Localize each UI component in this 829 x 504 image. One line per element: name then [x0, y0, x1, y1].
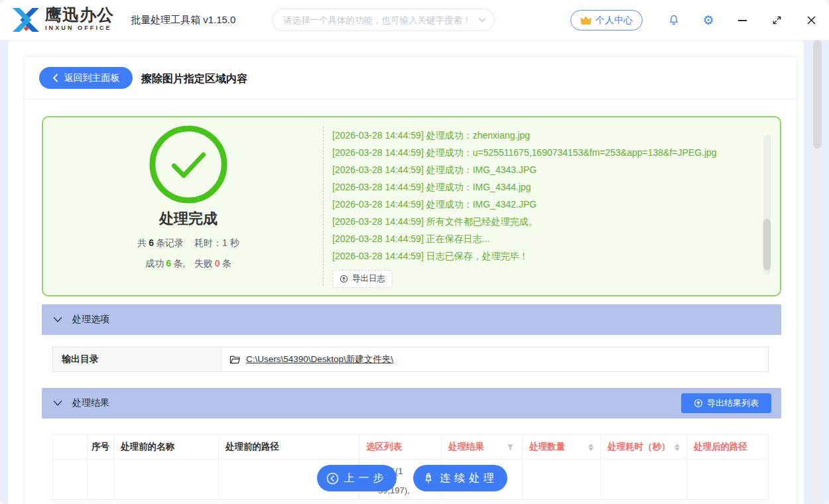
- continue-processing-label: 连续处理: [440, 472, 498, 485]
- export-log-label: 导出日志: [352, 273, 385, 284]
- previous-step-label: 上一步: [344, 472, 388, 485]
- app-logo-icon: [11, 7, 41, 36]
- output-directory-label: 输出目录: [62, 353, 99, 365]
- log-line: [2026-03-28 14:44:59] 处理成功：IMG_4342.JPG: [332, 196, 749, 213]
- success-check-icon: [148, 124, 229, 205]
- summary-status-column: 处理完成 共6条记录耗时：1 秒 成功6条, 失败0条: [43, 117, 334, 295]
- back-button-label: 返回到主面板: [64, 72, 120, 84]
- content-card: 返回到主面板 擦除图片指定区域内容 处理完成 共6条记录耗时：1 秒 成功6条,: [8, 40, 804, 504]
- process-log-list: [2026-03-28 14:44:59] 处理成功：zhenxiang.jpg…: [323, 127, 749, 286]
- previous-step-button[interactable]: 上一步: [317, 465, 397, 491]
- log-scrollbar-thumb[interactable]: [763, 219, 771, 270]
- summary-result-line: 成功6条, 失败0条: [43, 258, 334, 270]
- header-process-result: 处理结果: [442, 435, 523, 459]
- notifications-bell-icon[interactable]: [665, 0, 682, 40]
- header-path-after: 处理后的路径: [687, 435, 768, 459]
- log-line: [2026-03-28 14:44:59] 所有文件都已经处理完成。: [332, 213, 749, 230]
- output-directory-value-cell: C:\Users\54390\Desktop\新建文件夹\: [229, 347, 768, 371]
- upload-icon: [340, 275, 348, 283]
- log-line: [2026-03-28 14:44:59] 日志已保存，处理完毕！: [332, 247, 749, 265]
- search-input[interactable]: [272, 9, 495, 31]
- log-line: [2026-03-28 14:44:59] 处理成功：IMG_4344.jpg: [332, 178, 749, 196]
- window-maximize-button[interactable]: [768, 0, 785, 40]
- success-count: 6: [164, 258, 173, 269]
- app-header: 鹰迅办公 INXUN OFFICE 批量处理工具箱 v1.15.0 个人中心: [0, 0, 829, 40]
- user-center-button[interactable]: 个人中心: [570, 10, 643, 31]
- header-divider: [25, 99, 797, 99]
- output-directory-link[interactable]: C:\Users\54390\Desktop\新建文件夹\: [246, 353, 393, 365]
- chevron-down-icon: [53, 400, 62, 407]
- section-results-title: 处理结果: [72, 397, 109, 409]
- continue-processing-button[interactable]: 连续处理: [413, 465, 507, 491]
- sort-toggle-icon[interactable]: [588, 444, 594, 451]
- section-processing-options[interactable]: 处理选项: [42, 304, 781, 335]
- fail-count: 0: [213, 258, 222, 269]
- results-table-header: 序号 处理前的名称 处理前的路径 选区列表 处理结果 处理数量: [52, 434, 769, 460]
- header-selection-list: 选区列表: [359, 435, 442, 459]
- settings-gear-icon[interactable]: ⚙: [700, 0, 717, 40]
- output-directory-row: 输出目录 C:\Users\54390\Desktop\新建文件夹\: [52, 347, 769, 372]
- window-minimize-button[interactable]: [733, 0, 751, 40]
- window-close-button[interactable]: [802, 0, 820, 40]
- export-results-label: 导出结果列表: [707, 397, 759, 409]
- header-process-time: 处理耗时（秒）: [601, 435, 687, 459]
- content-panel: 返回到主面板 擦除图片指定区域内容 处理完成 共6条记录耗时：1 秒 成功6条,: [24, 56, 798, 504]
- section-processing-results[interactable]: 处理结果 导出结果列表: [42, 388, 781, 418]
- export-log-button[interactable]: 导出日志: [332, 270, 393, 288]
- main-scrollbar-track: [813, 40, 822, 504]
- upload-icon: [694, 399, 703, 408]
- chevron-down-icon: [53, 316, 62, 323]
- log-line: [2026-03-28 14:44:59] 处理成功：IMG_4343.JPG: [332, 161, 749, 178]
- app-title: 批量处理工具箱 v1.15.0: [131, 0, 235, 40]
- chevron-left-icon: [52, 74, 58, 82]
- filter-funnel-icon[interactable]: [507, 444, 514, 451]
- log-line: [2026-03-28 14:44:59] 正在保存日志...: [332, 230, 749, 247]
- elapsed-text: 耗时：1 秒: [194, 237, 239, 248]
- results-table: 序号 处理前的名称 处理前的路径 选区列表 处理结果 处理数量: [52, 434, 769, 500]
- circle-back-icon: [326, 472, 339, 485]
- header-path-before: 处理前的路径: [219, 435, 359, 459]
- app-window: 鹰迅办公 INXUN OFFICE 批量处理工具箱 v1.15.0 个人中心: [0, 0, 829, 504]
- crown-icon: [580, 15, 592, 25]
- sort-toggle-icon[interactable]: [674, 444, 680, 451]
- page-title: 擦除图片指定区域内容: [141, 72, 247, 86]
- summary-counts-line: 共6条记录耗时：1 秒: [43, 237, 334, 249]
- header-index: 序号: [88, 435, 114, 459]
- process-summary-panel: 处理完成 共6条记录耗时：1 秒 成功6条, 失败0条 [2026-03-28 …: [42, 116, 781, 296]
- chevron-down-icon[interactable]: [478, 15, 487, 27]
- user-center-label: 个人中心: [596, 15, 633, 27]
- back-to-dashboard-button[interactable]: 返回到主面板: [39, 67, 133, 89]
- export-results-button[interactable]: 导出结果列表: [681, 393, 771, 413]
- folder-icon: [229, 355, 241, 365]
- status-title: 处理完成: [43, 209, 334, 229]
- header-expand-column: [53, 435, 88, 459]
- app-name-cn: 鹰迅办公: [45, 6, 114, 24]
- log-line: [2026-03-28 14:44:59] 处理成功：u=525511675,1…: [332, 144, 749, 161]
- app-name-en: INXUN OFFICE: [45, 24, 114, 32]
- log-scrollbar-track: [763, 135, 771, 275]
- log-line: [2026-03-28 14:44:59] 处理成功：zhenxiang.jpg: [332, 127, 749, 144]
- table-row: 起点(1 39,197),: [52, 460, 769, 500]
- header-process-count: 处理数量: [523, 435, 601, 459]
- total-count: 6: [147, 237, 156, 248]
- function-search-select[interactable]: [272, 9, 495, 31]
- main-scrollbar-thumb[interactable]: [813, 40, 822, 149]
- section-options-title: 处理选项: [72, 314, 109, 326]
- header-name-before: 处理前的名称: [114, 435, 219, 459]
- output-directory-label-cell: 输出目录: [53, 347, 222, 371]
- rocket-icon: [422, 472, 434, 484]
- app-logo-text: 鹰迅办公 INXUN OFFICE: [45, 6, 114, 32]
